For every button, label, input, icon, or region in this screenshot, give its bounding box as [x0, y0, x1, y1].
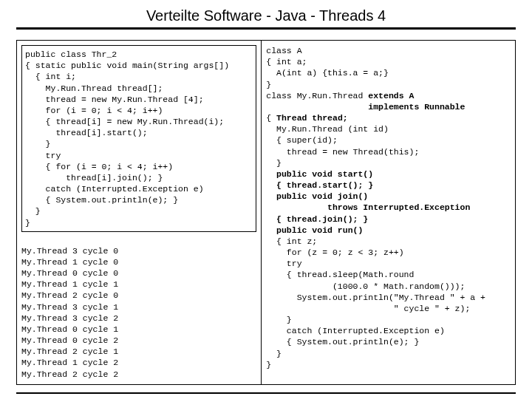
left-output: My.Thread 3 cycle 0 My.Thread 1 cycle 0 …: [21, 245, 256, 380]
content-area: public class Thr_2 { static public void …: [16, 40, 516, 385]
left-code: public class Thr_2 { static public void …: [25, 49, 253, 228]
page-footer: Prof. Dr.-Ing. habil. B. Steinbach - Inf…: [16, 392, 516, 399]
page-title: Verteilte Software - Java - Threads 4: [16, 7, 516, 30]
left-code-box: public class Thr_2 { static public void …: [21, 45, 256, 232]
right-code: class A { int a; A(int a) {this.a = a;} …: [266, 45, 511, 370]
left-column: public class Thr_2 { static public void …: [17, 41, 261, 384]
right-column: class A { int a; A(int a) {this.a = a;} …: [261, 41, 515, 384]
